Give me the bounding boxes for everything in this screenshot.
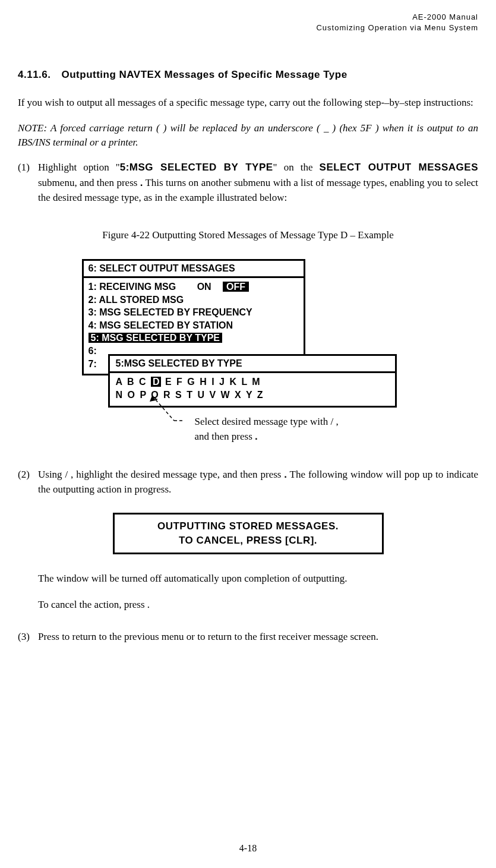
parent-menu-title: 6: SELECT OUTPUT MESSAGES [84,261,304,278]
figure-diagram: 6: SELECT OUTPUT MESSAGES 1: RECEIVING M… [82,259,415,437]
callout-text: Select desired message type with / , and… [195,415,415,444]
page-number: 4-18 [0,843,496,854]
step-3-number: (3) [18,629,38,645]
step-2-text: Using / , highlight the desired message … [38,467,478,497]
svg-line-0 [152,396,174,421]
section-heading: Outputting NAVTEX Messages of Specific M… [62,69,347,80]
figure-caption: Figure 4-22 Outputting Stored Messages o… [18,229,478,241]
after-popup-1: The window will be turned off automatica… [38,571,478,586]
submenu-ref: SELECT OUTPUT MESSAGES [320,162,478,173]
callout-arrow [147,396,183,425]
step-1-number: (1) [18,160,38,206]
header-line2: Customizing Operation via Menu System [18,23,478,33]
svg-marker-2 [150,396,156,402]
step-1-text: Highlight option "5:MSG SELECTED BY TYPE… [38,160,478,206]
step-3-text: Press to return to the previous menu or … [38,629,478,645]
popup-line2: TO CANCEL, PRESS [CLR]. [121,534,376,548]
selected-row: 5: MSG SELECTED BY TYPE [89,333,223,343]
after-popup-2: To cancel the action, press . [38,597,478,613]
step-3: (3) Press to return to the previous menu… [18,629,478,645]
step-2: (2) Using / , highlight the desired mess… [18,467,478,497]
section-number: 4.11.6. [18,69,51,81]
child-submenu-title: 5:MSG SELECTED BY TYPE [110,356,395,373]
menu-row-2: 2: ALL STORED MSG [89,293,299,307]
step-2-number: (2) [18,467,38,497]
header-line1: AE-2000 Manual [18,12,478,23]
menu-row-4: 4: MSG SELECTED BY STATION [89,319,299,332]
option-ref: 5:MSG SELECTED BY TYPE [120,162,273,173]
step-1: (1) Highlight option "5:MSG SELECTED BY … [18,160,478,206]
intro-paragraph: If you wish to output all messages of a … [18,95,478,111]
popup-line1: OUTPUTTING STORED MESSAGES. [121,519,376,534]
page-header: AE-2000 Manual Customizing Operation via… [18,12,478,33]
menu-row-5: 5: MSG SELECTED BY TYPE [89,332,299,345]
off-badge: OFF [223,282,249,292]
outputting-popup: OUTPUTTING STORED MESSAGES. TO CANCEL, P… [113,513,384,554]
menu-row-1: 1: RECEIVING MSG ON OFF [89,280,299,293]
note-paragraph: NOTE: A forced carriage return ( ) will … [18,121,478,150]
section-title: 4.11.6.Outputting NAVTEX Messages of Spe… [18,69,478,81]
selected-letter: D [151,377,162,387]
letters-row-1: A B C D E F G H I J K L M [116,375,389,389]
menu-row-3: 3: MSG SELECTED BY FREQUENCY [89,306,299,319]
